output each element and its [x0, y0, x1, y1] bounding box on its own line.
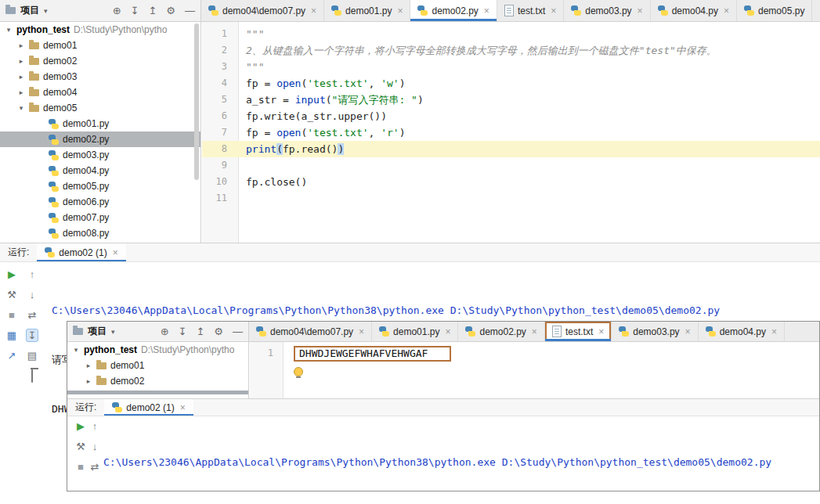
tree-item-demo04[interactable]: ▸ demo04 — [0, 85, 200, 100]
tab-demo03-py[interactable]: demo03.py × — [564, 0, 650, 21]
chevron-right-icon[interactable]: ▸ — [17, 73, 25, 81]
code-editor[interactable]: 1 """ 2 2、从键盘输入一个字符串，将小写字母全部转换成大写字母，然后输出… — [202, 22, 820, 243]
tree-item-demo05[interactable]: ▾ demo05 — [0, 100, 200, 116]
stop-button[interactable]: ■ — [9, 310, 15, 320]
rerun-button[interactable]: ▶ — [8, 269, 16, 279]
chevron-down-icon[interactable]: ▾ — [17, 104, 25, 112]
collapse-all-icon[interactable]: ↥ — [148, 5, 157, 16]
python-file-icon — [465, 326, 475, 337]
code-line[interactable]: 2 2、从键盘输入一个字符串，将小写字母全部转换成大写字母，然后输出到一个磁盘文… — [202, 42, 820, 59]
code-text: """ — [238, 59, 264, 75]
code-line[interactable]: 5 a_str = input("请写入字符串: ") — [202, 92, 820, 108]
chevron-right-icon[interactable]: ▸ — [17, 88, 25, 96]
tree-item-label: demo05.py — [63, 181, 109, 192]
tree-item-demo05-py[interactable]: demo05.py — [0, 178, 200, 194]
project-icon — [5, 7, 16, 14]
restore-layout-icon[interactable]: ⇄ — [28, 310, 37, 320]
project-toolwindow-title[interactable]: 项目 — [20, 4, 39, 17]
tab-demo01-py[interactable]: demo01.py × — [324, 0, 410, 21]
tab-demo02-py[interactable]: demo02.py × — [410, 0, 497, 21]
pinned-screenshot[interactable]: 项目 ▾ ⊕ ↧ ↥ ⚙ ― demo04\demo07.py × — [67, 321, 820, 491]
pin-arrow-icon[interactable]: ↗ — [8, 351, 16, 361]
code-line-caret[interactable]: 8 print(fp.read()) — [202, 141, 820, 157]
rerun-button: ▶ — [77, 421, 85, 431]
tree-item-demo01-py[interactable]: demo01.py — [0, 116, 200, 131]
code-line[interactable]: 6 fp.write(a_str.upper()) — [202, 108, 820, 124]
tree-item-demo04-py[interactable]: demo04.py — [0, 163, 200, 178]
inner-editor: 1 DHWDJEWGEFWHAFVEHWGAF — [250, 342, 819, 398]
tree-scrollbar[interactable] — [194, 23, 199, 180]
line-number: 7 — [202, 124, 238, 141]
code-line[interactable]: 10 fp.close() — [202, 174, 820, 190]
chevron-down-icon[interactable]: ▾ — [5, 26, 13, 34]
close-tab-icon[interactable]: × — [638, 5, 643, 16]
up-stack-trace-icon[interactable]: ↑ — [30, 269, 35, 279]
code-text — [238, 190, 246, 207]
close-tab-icon[interactable]: × — [311, 5, 316, 16]
tree-root-python-test[interactable]: ▾ python_test D:\Study\Python\pytho — [0, 22, 200, 38]
trash-icon[interactable] — [31, 371, 33, 381]
folder-icon — [29, 105, 39, 112]
code-token: input — [295, 94, 326, 106]
code-line[interactable]: 11 — [202, 190, 820, 207]
code-line[interactable]: 3 """ — [202, 59, 820, 75]
close-tab-icon[interactable]: × — [551, 5, 556, 16]
restore-layout-icon: ⇄ — [91, 462, 99, 472]
tree-item-demo02-py-selected[interactable]: demo02.py — [0, 131, 200, 147]
intention-bulb-icon — [294, 367, 303, 376]
python-file-icon — [49, 166, 59, 176]
chevron-right-icon[interactable]: ▸ — [17, 57, 25, 65]
close-tab-icon[interactable]: × — [724, 5, 729, 16]
hide-panel-icon[interactable]: ― — [185, 5, 195, 16]
tree-item-demo02[interactable]: ▸ demo02 — [0, 53, 200, 69]
tab-demo04-py[interactable]: demo04.py × — [651, 0, 737, 21]
tree-item-demo03-py[interactable]: demo03.py — [0, 147, 200, 163]
locate-file-icon[interactable]: ⊕ — [113, 5, 121, 16]
code-line[interactable]: 1 """ — [202, 26, 820, 42]
run-tab-demo02[interactable]: demo02 (1) × — [37, 243, 125, 261]
chevron-right-icon: ▸ — [85, 362, 92, 369]
close-tab-icon[interactable]: × — [113, 247, 118, 258]
tree-item-demo07-py[interactable]: demo07.py — [0, 210, 200, 225]
code-token: 'r' — [381, 127, 399, 139]
tree-item-demo03[interactable]: ▸ demo03 — [0, 69, 200, 85]
code-token: 2、从键盘输入一个字符串，将小写字母全部转换成大写字母，然后输出到一个磁盘文件"… — [246, 45, 717, 56]
python-file-icon — [112, 402, 122, 412]
folder-icon — [29, 58, 39, 65]
chevron-down-icon[interactable]: ▾ — [44, 7, 48, 15]
hide-panel-icon: ― — [233, 326, 243, 337]
python-file-icon — [49, 182, 59, 192]
python-file-icon — [417, 5, 428, 16]
down-stack-trace-icon[interactable]: ↓ — [30, 290, 35, 300]
line-number: 9 — [202, 157, 238, 174]
print-console-icon[interactable]: ▤ — [27, 351, 37, 361]
tab-demo05-py-truncated[interactable]: demo05.py — [737, 0, 812, 21]
close-tab-icon[interactable]: × — [397, 5, 403, 16]
project-tree: ▾ python_test D:\Study\Python\pytho ▸ de… — [0, 22, 201, 243]
expand-all-icon[interactable]: ↧ — [131, 5, 139, 16]
tree-item-demo01[interactable]: ▸ demo01 — [0, 38, 200, 53]
line-number: 11 — [202, 190, 238, 207]
inner-tab-demo01-py: demo01.py × — [372, 322, 458, 341]
chevron-right-icon[interactable]: ▸ — [17, 41, 25, 49]
tab-test-txt[interactable]: test.txt × — [497, 0, 564, 21]
chevron-right-icon: ▸ — [85, 377, 92, 385]
settings-icon[interactable]: ⚙ — [166, 5, 175, 16]
run-tab-label: demo02 (1) — [126, 402, 174, 413]
folder-icon — [29, 74, 39, 81]
code-line[interactable]: 4 fp = open('test.txt', 'w') — [202, 75, 820, 92]
code-line[interactable]: 9 — [202, 157, 820, 174]
close-tab-icon[interactable]: × — [484, 5, 489, 16]
tree-item-demo06-py[interactable]: demo06.py — [0, 194, 200, 210]
modify-run-config-icon[interactable]: ⚒ — [7, 290, 16, 300]
tab-demo04-demo07-py[interactable]: demo04\demo07.py × — [201, 0, 324, 21]
python-file-icon — [49, 135, 59, 145]
scroll-to-end-icon[interactable]: ↧ — [26, 329, 39, 342]
code-line[interactable]: 7 fp = open('test.txt', 'r') — [202, 124, 820, 141]
tree-item-demo08-py[interactable]: demo08.py — [0, 225, 200, 241]
inner-tab-demo03-py: demo03.py × — [612, 322, 698, 341]
close-tab-icon: × — [445, 326, 450, 337]
code-token: ) — [417, 94, 424, 106]
show-console-grid-icon[interactable]: ▦ — [7, 330, 16, 340]
inner-run-console: C:\Users\23046\AppData\Local\Programs\Py… — [103, 421, 813, 491]
